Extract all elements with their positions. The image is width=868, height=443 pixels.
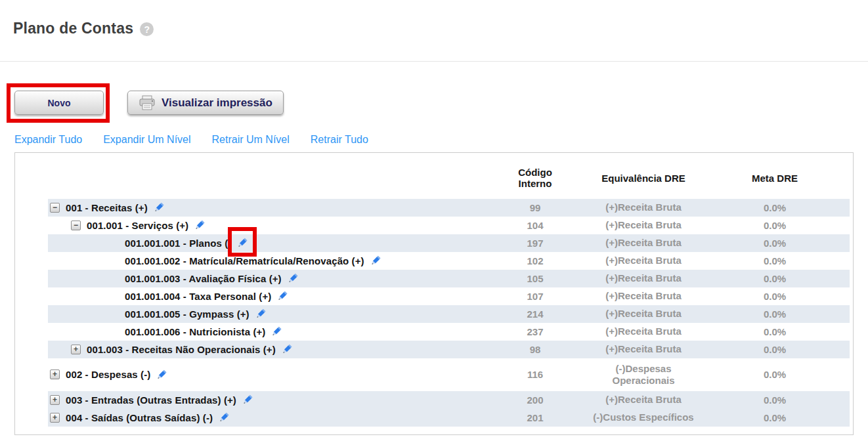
row-gutter xyxy=(15,199,48,217)
table-rows: −001 - Receitas (+) 99(+)Receita Bruta0.… xyxy=(15,199,853,427)
expand-toggle-icon[interactable]: + xyxy=(71,345,81,354)
edit-pencil-icon[interactable] xyxy=(217,411,230,424)
novo-annotation-wrap: Novo xyxy=(14,91,104,115)
table-row: 001.001.003 - Avaliação Física (+) 105(+… xyxy=(15,270,853,287)
table-header-row: Código Interno Equivalência DRE Meta DRE xyxy=(15,167,853,199)
dre-goal-value: 0.0% xyxy=(712,394,837,406)
help-icon[interactable]: ? xyxy=(140,22,154,36)
internal-code-value: 200 xyxy=(496,394,575,406)
edit-pencil-icon[interactable] xyxy=(241,393,254,406)
print-preview-button[interactable]: Visualizar impressão xyxy=(127,91,284,115)
table-row: +001.003 - Receitas Não Operacionais (+)… xyxy=(15,341,853,358)
row-gutter xyxy=(15,217,48,234)
accounts-table: Código Interno Equivalência DRE Meta DRE… xyxy=(14,152,854,435)
row-gutter xyxy=(15,305,48,323)
row-gutter xyxy=(15,323,48,341)
table-row: 001.001.004 - Taxa Personal (+) 107(+)Re… xyxy=(15,287,853,305)
table-row: +003 - Entradas (Outras Entradas) (+) 20… xyxy=(15,391,853,409)
page-header: Plano de Contas ? xyxy=(0,0,868,62)
table-row: +004 - Saídas (Outras Saídas) (-) 201(-)… xyxy=(15,409,853,427)
printer-icon xyxy=(139,95,156,110)
account-label: 001 - Receitas (+) xyxy=(66,202,148,213)
tree-links: Expandir Tudo Expandir Um Nível Retrair … xyxy=(14,134,868,146)
expand-toggle-icon[interactable]: + xyxy=(50,395,60,405)
internal-code-value: 107 xyxy=(496,291,575,302)
dre-equivalence-value: (+)Receita Bruta xyxy=(575,290,712,301)
edit-pencil-icon[interactable] xyxy=(270,325,283,338)
internal-code-value: 99 xyxy=(496,202,575,213)
dre-goal-value: 0.0% xyxy=(712,255,837,266)
internal-code-value: 105 xyxy=(496,273,575,284)
dre-goal-value: 0.0% xyxy=(712,220,837,231)
dre-goal-value: 0.0% xyxy=(712,273,837,284)
edit-pencil-icon[interactable] xyxy=(369,254,382,267)
dre-equivalence-value: (+)Receita Bruta xyxy=(575,272,712,284)
column-header-dre-equivalence: Equivalência DRE xyxy=(575,173,712,184)
account-label: 002 - Despesas (-) xyxy=(66,369,150,380)
dre-goal-value: 0.0% xyxy=(712,238,837,249)
collapse-toggle-icon[interactable]: − xyxy=(71,221,81,230)
edit-pencil-icon[interactable] xyxy=(236,236,249,249)
dre-equivalence-value: (+)Receita Bruta xyxy=(575,394,712,405)
dre-equivalence-value: (+)Receita Bruta xyxy=(575,343,712,354)
edit-pencil-icon[interactable] xyxy=(254,307,267,320)
account-label: 001.001.006 - Nutricionista (+) xyxy=(125,326,265,337)
account-label: 001.001 - Serviços (+) xyxy=(87,220,188,231)
edit-pencil-icon[interactable] xyxy=(152,201,165,214)
dre-goal-value: 0.0% xyxy=(712,202,837,213)
dre-equivalence-value: (+)Receita Bruta xyxy=(575,308,712,319)
expand-toggle-icon[interactable]: + xyxy=(50,413,60,423)
row-gutter xyxy=(15,270,48,287)
dre-equivalence-value: (-)Custos Específicos xyxy=(575,411,712,423)
table-row: −001 - Receitas (+) 99(+)Receita Bruta0.… xyxy=(15,199,853,217)
dre-goal-value: 0.0% xyxy=(712,344,837,355)
collapse-one-level-link[interactable]: Retrair Um Nível xyxy=(212,134,290,146)
account-label: 003 - Entradas (Outras Entradas) (+) xyxy=(66,394,236,406)
table-row: 001.001.006 - Nutricionista (+) 237(+)Re… xyxy=(15,323,853,341)
toolbar: Novo Visualizar impressão xyxy=(14,91,868,115)
column-header-dre-goal: Meta DRE xyxy=(712,173,837,184)
expand-toggle-icon[interactable]: + xyxy=(50,369,60,379)
dre-equivalence-value: (-)Despesas Operacionais xyxy=(575,363,712,386)
collapse-toggle-icon[interactable]: − xyxy=(50,203,60,213)
internal-code-value: 116 xyxy=(496,369,575,380)
account-label: 001.003 - Receitas Não Operacionais (+) xyxy=(87,344,276,355)
account-label: 001.001.003 - Avaliação Física (+) xyxy=(125,273,282,284)
edit-pencil-icon[interactable] xyxy=(286,272,299,285)
table-row: +002 - Despesas (-) 116(-)Despesas Opera… xyxy=(15,358,853,391)
internal-code-value: 98 xyxy=(496,344,575,355)
dre-equivalence-value: (+)Receita Bruta xyxy=(575,219,712,230)
internal-code-value: 197 xyxy=(496,238,575,249)
page-title: Plano de Contas xyxy=(13,20,133,37)
internal-code-value: 237 xyxy=(496,326,575,337)
row-gutter xyxy=(15,409,48,427)
collapse-all-link[interactable]: Retrair Tudo xyxy=(311,134,368,146)
expand-one-level-link[interactable]: Expandir Um Nível xyxy=(103,134,190,146)
row-gutter xyxy=(15,341,48,358)
internal-code-value: 214 xyxy=(496,308,575,320)
account-label: 001.001.001 - Planos (- xyxy=(125,238,231,249)
table-row: −001.001 - Serviços (+) 104(+)Receita Br… xyxy=(15,217,853,234)
column-header-internal-code: Código Interno xyxy=(496,167,575,190)
dre-goal-value: 0.0% xyxy=(712,308,837,320)
edit-pencil-icon[interactable] xyxy=(280,343,293,356)
row-gutter xyxy=(15,391,48,409)
table-row: 001.001.001 - Planos (- 197(+)Receita Br… xyxy=(15,234,853,252)
new-button[interactable]: Novo xyxy=(14,91,104,115)
account-label: 004 - Saídas (Outras Saídas) (-) xyxy=(66,412,213,423)
internal-code-value: 104 xyxy=(496,220,575,231)
edit-pencil-icon[interactable] xyxy=(193,219,206,232)
account-label: 001.001.002 - Matrícula/Rematrícula/Reno… xyxy=(125,255,364,266)
edit-pencil-icon[interactable] xyxy=(276,289,289,303)
row-gutter xyxy=(15,358,48,391)
expand-all-link[interactable]: Expandir Tudo xyxy=(14,134,82,146)
edit-pencil-icon[interactable] xyxy=(155,368,168,381)
dre-goal-value: 0.0% xyxy=(712,326,837,337)
table-row: 001.001.002 - Matrícula/Rematrícula/Reno… xyxy=(15,252,853,270)
account-label: 001.001.004 - Taxa Personal (+) xyxy=(125,291,271,302)
internal-code-value: 201 xyxy=(496,412,575,423)
row-gutter xyxy=(15,252,48,270)
account-label: 001.001.005 - Gympass (+) xyxy=(125,308,250,320)
header-gutter xyxy=(15,167,48,199)
dre-goal-value: 0.0% xyxy=(712,291,837,302)
